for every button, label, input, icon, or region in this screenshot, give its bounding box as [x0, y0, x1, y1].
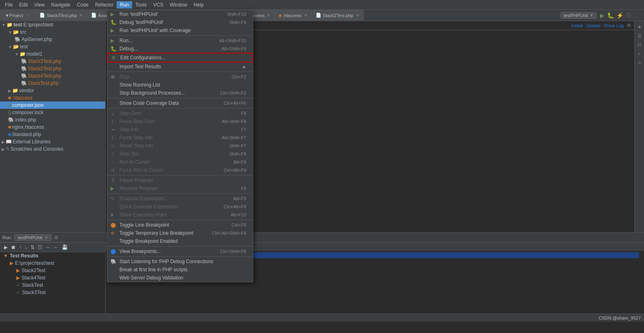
editor-tab-stack2test[interactable]: 📄 Stack2Test.php ✕ — [312, 10, 363, 21]
close-icon[interactable]: ✕ — [267, 13, 270, 17]
menu-separator — [107, 193, 253, 194]
menu-code-coverage[interactable]: Show Code Coverage Data Ctrl+Alt+F6 — [107, 99, 253, 107]
menu-php-debug-listen[interactable]: 🐘 Start Listening for PHP Debug Connecti… — [107, 257, 253, 266]
menu-window[interactable]: Window — [167, 1, 191, 9]
tree-stack2test[interactable]: 🐘 Stack2Test.php — [0, 65, 105, 72]
test-results-root[interactable]: ▼ Test Results — [0, 252, 105, 259]
chevron-down-icon: ▼ — [590, 13, 594, 17]
menu-run-coverage[interactable]: ▶ Run 'testPHPUnit' with Coverage — [107, 26, 253, 35]
run-tab[interactable]: testPHPUnit ✕ — [14, 234, 52, 241]
tree-standard-php[interactable]: ■ Standard.php — [0, 131, 105, 138]
tree-item-label: ApiServer.php — [22, 37, 52, 42]
menu-web-debug[interactable]: Web Server Debug Validation — [107, 274, 253, 282]
editor-tab-htaccess[interactable]: ■ .htaccess ✕ — [275, 10, 312, 21]
menu-file[interactable]: File — [2, 1, 16, 9]
menu-vcs[interactable]: VCS — [150, 1, 167, 9]
tree-stacktest[interactable]: 🐘 StackTest.php — [0, 80, 105, 87]
structure-icon[interactable]: ☰ — [635, 32, 644, 40]
tree-external-libraries[interactable]: ▶ 📖 External Libraries — [0, 138, 105, 145]
collapse-button[interactable]: ← — [52, 244, 60, 251]
profile-button[interactable]: ⏱ — [624, 11, 633, 19]
menu-refactor[interactable]: Refactor — [92, 1, 117, 9]
close-install-icon[interactable]: ⚙ — [627, 23, 631, 28]
tree-root[interactable]: ▼ 📁 test E:\project\test — [0, 21, 105, 28]
tree-scratches[interactable]: ▶ ✎ Scratches and Consoles — [0, 145, 105, 153]
menu-toggle-breakpoint[interactable]: ⬤ Toggle Line Breakpoint Ctrl+F8 — [107, 221, 253, 229]
tree-composer-json[interactable]: {} composer.json — [0, 102, 105, 109]
debug-button[interactable]: 🐛 — [606, 11, 615, 19]
menu-tools[interactable]: Tools — [132, 1, 150, 9]
test-project-folder[interactable]: ▶ E:\project\test\test — [0, 259, 105, 267]
test-stack4test[interactable]: ▶ Stack4Test — [0, 274, 105, 281]
menu-item-label: Stop Background Processes... — [119, 90, 215, 96]
tree-item-label: test — [20, 44, 28, 50]
test-stack3test[interactable]: ✓ Stack3Test — [0, 289, 105, 296]
rerun-button[interactable]: ▶ — [2, 244, 9, 251]
filter-button[interactable]: ☷ — [36, 244, 44, 251]
bookmark-icon[interactable]: ★ — [635, 23, 644, 31]
menu-stop-bg[interactable]: Stop Background Processes... Ctrl+Shift+… — [107, 89, 253, 97]
test-stacktest[interactable]: ✓ StackTest — [0, 281, 105, 289]
todo-icon[interactable]: ✓ — [635, 50, 644, 58]
menu-view[interactable]: View — [31, 1, 48, 9]
project-tree: ▼ 📁 test E:\project\test ▼ 📂 src 🐘 ApiSe… — [0, 21, 105, 232]
menu-debug-testphpunit[interactable]: 🐛 Debug 'testPHPUnit' Shift+F9 — [107, 18, 253, 26]
install-link[interactable]: Install — [571, 23, 583, 28]
run-button[interactable]: ▶ — [599, 11, 606, 19]
close-icon[interactable]: ✕ — [304, 13, 307, 17]
tree-nginx-htaccess[interactable]: ■ nginx.htaccess — [0, 123, 105, 131]
menu-code[interactable]: Code — [74, 1, 92, 9]
menu-navigate[interactable]: Navigate — [48, 1, 74, 9]
close-tab-icon[interactable]: ✕ — [45, 235, 48, 240]
menu-toggle-bp-enabled[interactable]: Toggle Breakpoint Enabled — [107, 237, 253, 245]
run-config-selector[interactable]: testPHPUnit ▼ — [561, 12, 596, 19]
next-fail-button[interactable]: ↓ — [23, 244, 29, 251]
expand-button[interactable]: ↔ — [44, 244, 52, 251]
project-tab[interactable]: ▼ Project ⚙ — [0, 10, 35, 21]
evaluate-icon: ✎ — [111, 196, 118, 201]
expand-arrow-icon: ▼ — [8, 45, 12, 49]
menu-run-dots[interactable]: ▶ Run... Alt+Shift+F10 — [107, 37, 253, 45]
tree-composer-lock[interactable]: {} composer.lock — [0, 109, 105, 116]
tree-index-php[interactable]: 🐘 index.php — [0, 116, 105, 123]
tree-htaccess[interactable]: ■ .htaccess — [0, 94, 105, 102]
more-button[interactable]: … — [633, 11, 641, 19]
coverage-button[interactable]: ⚡ — [615, 11, 624, 19]
menu-view-breakpoints[interactable]: ⬤ View Breakpoints... Ctrl+Shift+F8 — [107, 247, 253, 255]
editor-tab-stack3test[interactable]: 📄 Stack3Test.php ✕ — [35, 10, 87, 21]
menu-break-first-line[interactable]: Break at first line in PHP scripts — [107, 266, 253, 274]
menu-help[interactable]: Help — [191, 1, 207, 9]
menu-edit-configurations[interactable]: ⚙ Edit Configurations... — [107, 53, 253, 63]
menu-item-shortcut: Ctrl+F2 — [232, 74, 246, 79]
hierarchy-icon[interactable]: ☷ — [635, 41, 644, 49]
tree-vendor[interactable]: ▶ 📁 vendor — [0, 87, 105, 94]
tree-src[interactable]: ▼ 📂 src — [0, 28, 105, 36]
tree-stack3test[interactable]: 🐘 Stack3Test.php — [0, 58, 105, 65]
stop-button[interactable]: ⏹ — [9, 244, 17, 251]
menu-import-test[interactable]: Import Test Results ▶ — [107, 63, 253, 71]
tree-model1[interactable]: ▼ 📁 model1 — [0, 50, 105, 58]
tree-stack4test[interactable]: 🐘 Stack4Test.php — [0, 72, 105, 80]
sort-button[interactable]: ⇅ — [29, 244, 36, 251]
menu-run-testphpunit[interactable]: ▶ Run 'testPHPUnit' Shift+F10 — [107, 10, 253, 18]
tree-item-label: composer.json — [12, 102, 43, 108]
export-button[interactable]: 💾 — [60, 244, 69, 251]
menu-debug-dots[interactable]: 🐛 Debug... Alt+Shift+F9 — [107, 45, 253, 53]
menu-edit[interactable]: Edit — [16, 1, 31, 9]
project-gear-icon[interactable]: ⚙ — [26, 13, 30, 17]
close-icon[interactable]: ✕ — [79, 13, 82, 17]
problems-icon[interactable]: ⚠ — [635, 58, 644, 67]
tree-apiserver[interactable]: 🐘 ApiServer.php — [0, 36, 105, 43]
test-stack2test[interactable]: ▶ Stack2Test — [0, 267, 105, 274]
menu-show-running-list[interactable]: Show Running List — [107, 81, 253, 89]
folder-icon: 📁 — [12, 88, 18, 93]
close-icon[interactable]: ✕ — [356, 13, 359, 17]
tree-test-folder[interactable]: ▼ 📂 test — [0, 43, 105, 50]
show-log-link[interactable]: Show Log — [604, 23, 624, 28]
menu-toggle-temp-breakpoint[interactable]: ⭘ Toggle Temporary Line Breakpoint Ctrl+… — [107, 229, 253, 237]
menu-run[interactable]: Run — [117, 1, 132, 9]
settings-icon[interactable]: ⚙ — [52, 235, 61, 240]
folder-icon: 📁 — [7, 22, 13, 28]
update-link[interactable]: Update — [586, 23, 601, 28]
prev-fail-button[interactable]: ↑ — [17, 244, 23, 251]
